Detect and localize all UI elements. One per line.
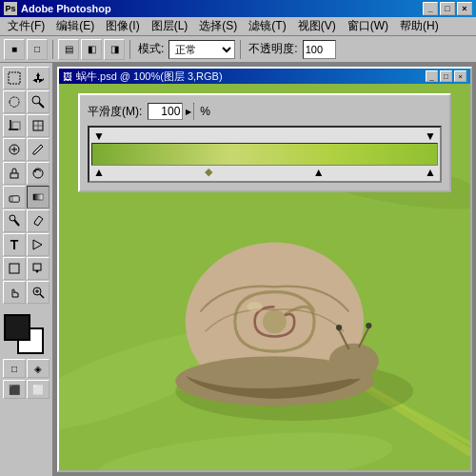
tool-eraser[interactable] (3, 186, 26, 208)
smoothness-row: 平滑度(M): ▶ % (88, 103, 442, 120)
smoothness-label: 平滑度(M): (88, 104, 142, 120)
svg-line-26 (40, 294, 44, 298)
bottom-stop-right[interactable]: ▲ (425, 166, 436, 179)
tool-row-8: T (3, 233, 50, 256)
gradient-bar-outer: ▼ ▼ (88, 126, 442, 183)
tool-dodge[interactable] (3, 209, 26, 232)
menu-image[interactable]: 图像(I) (100, 16, 145, 36)
toolbar-separator-1 (52, 40, 53, 59)
tool-brush[interactable] (27, 138, 50, 161)
tool-row-7 (3, 209, 50, 232)
tool-move[interactable] (27, 67, 50, 89)
tool-row-2 (3, 90, 50, 113)
menu-filter[interactable]: 滤镜(T) (243, 16, 291, 36)
view-buttons: ⬛ ⬜ (3, 380, 50, 399)
toolbar-btn-5[interactable]: ◨ (104, 39, 125, 60)
tool-pen[interactable] (27, 209, 50, 232)
smoothness-input-box: ▶ (148, 103, 194, 120)
main-area: T □ ◈ (0, 63, 476, 476)
color-section (2, 312, 51, 356)
svg-marker-1 (32, 72, 44, 83)
menu-layer[interactable]: 图层(L) (146, 16, 194, 36)
doc-minimize[interactable]: _ (426, 70, 438, 82)
doc-icon: 🖼 (63, 71, 72, 82)
tool-crop[interactable] (3, 114, 26, 137)
fullscreen-view[interactable]: ⬜ (27, 380, 50, 399)
mode-select[interactable]: 正常 溶解 正片叠底 (169, 40, 235, 59)
doc-close[interactable]: × (454, 70, 466, 82)
svg-rect-45 (92, 144, 437, 165)
tool-zoom[interactable] (27, 281, 50, 304)
toolbox: T □ ◈ (0, 63, 53, 476)
tool-hand[interactable] (3, 281, 26, 304)
svg-rect-13 (10, 173, 18, 178)
tool-magic-wand[interactable] (27, 90, 50, 113)
tool-stamp[interactable] (3, 162, 26, 185)
tool-slice[interactable] (27, 114, 50, 137)
bottom-stop-diamond[interactable]: ◆ (205, 166, 212, 178)
toolbar-separator-3 (240, 40, 241, 59)
menu-help[interactable]: 帮助(H) (394, 16, 445, 36)
menu-window[interactable]: 窗口(W) (342, 16, 394, 36)
tool-marquee[interactable] (3, 67, 26, 89)
smoothness-arrow[interactable]: ▶ (182, 103, 193, 120)
tool-history[interactable] (27, 162, 50, 185)
document-window: 🖼 蜗牛.psd @ 100%(图层 3,RGB) _ □ × (57, 67, 472, 472)
standard-mode[interactable]: □ (3, 359, 26, 378)
document-title-bar: 🖼 蜗牛.psd @ 100%(图层 3,RGB) _ □ × (59, 69, 470, 84)
svg-point-3 (32, 96, 40, 104)
tool-lasso[interactable] (3, 90, 26, 113)
top-stop-right[interactable]: ▼ (425, 129, 436, 143)
doc-maximize[interactable]: □ (440, 70, 452, 82)
top-stop-left[interactable]: ▼ (93, 129, 105, 143)
bottom-stop-mid[interactable]: ▲ (313, 166, 325, 179)
bottom-stop-left[interactable]: ▲ (93, 166, 105, 179)
standard-view[interactable]: ⬛ (3, 380, 26, 399)
opacity-label: 不透明度: (248, 41, 297, 57)
svg-rect-17 (12, 196, 19, 202)
svg-line-2 (39, 103, 44, 108)
toolbar-btn-2[interactable]: □ (27, 39, 48, 60)
tool-annotation[interactable] (27, 257, 50, 280)
foreground-color[interactable] (4, 314, 30, 341)
gradient-editor-panel: 平滑度(M): ▶ % ▼ ▼ (78, 93, 451, 192)
svg-marker-24 (35, 270, 39, 273)
app-title: Adobe Photoshop (21, 3, 111, 14)
smoothness-input[interactable] (149, 105, 182, 118)
gradient-bar[interactable] (91, 143, 438, 166)
quick-mask[interactable]: ◈ (27, 359, 50, 378)
smoothness-unit: % (200, 105, 210, 118)
toolbar-btn-4[interactable]: ◧ (81, 39, 102, 60)
tool-heal[interactable] (3, 138, 26, 161)
minimize-button[interactable]: _ (423, 2, 438, 15)
menu-file[interactable]: 文件(F) (2, 16, 50, 36)
mode-buttons: □ ◈ (3, 359, 50, 378)
title-bar-controls: _ □ × (423, 2, 472, 15)
menu-view[interactable]: 视图(V) (292, 16, 342, 36)
maximize-button[interactable]: □ (440, 2, 455, 15)
toolbar-separator-2 (129, 40, 130, 59)
svg-rect-23 (33, 264, 41, 270)
svg-rect-22 (10, 264, 19, 273)
tool-type[interactable]: T (3, 233, 26, 256)
svg-line-20 (14, 220, 19, 226)
tool-row-6 (3, 186, 50, 208)
tool-row-3 (3, 114, 50, 137)
toolbar: ■ □ ▤ ◧ ◨ 模式: 正常 溶解 正片叠底 不透明度: (0, 36, 476, 63)
menu-edit[interactable]: 编辑(E) (50, 16, 100, 36)
mode-label: 模式: (138, 41, 164, 57)
canvas-area: 🖼 蜗牛.psd @ 100%(图层 3,RGB) _ □ × (53, 63, 476, 476)
opacity-input[interactable] (303, 40, 336, 59)
document-content: 平滑度(M): ▶ % ▼ ▼ (59, 84, 470, 470)
tool-row-1 (3, 67, 50, 89)
tool-path-select[interactable] (27, 233, 50, 256)
svg-rect-0 (9, 72, 20, 84)
tool-gradient[interactable] (27, 186, 50, 208)
close-button[interactable]: × (457, 2, 472, 15)
menu-select[interactable]: 选择(S) (193, 16, 243, 36)
doc-title-controls: _ □ × (426, 70, 466, 82)
svg-rect-18 (33, 194, 43, 200)
toolbar-btn-1[interactable]: ■ (4, 39, 25, 60)
tool-shape[interactable] (3, 257, 26, 280)
toolbar-btn-3[interactable]: ▤ (58, 39, 79, 60)
